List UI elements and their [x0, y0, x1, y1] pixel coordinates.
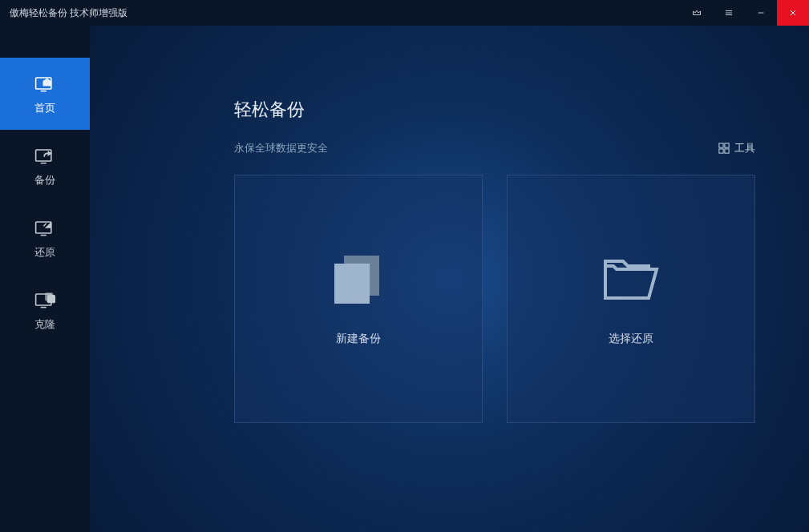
svg-rect-15 — [48, 296, 55, 303]
select-restore-card[interactable]: 选择还原 — [507, 175, 755, 423]
window-controls — [681, 0, 809, 26]
home-icon — [34, 72, 56, 95]
card-label: 新建备份 — [336, 332, 381, 346]
card-container: 新建备份 选择还原 — [234, 175, 761, 423]
tools-link[interactable]: 工具 — [718, 141, 755, 155]
restore-icon — [34, 216, 56, 239]
svg-rect-16 — [719, 143, 723, 147]
sidebar-item-restore[interactable]: 还原 — [0, 202, 90, 274]
subtitle-row: 永保全球数据更安全 工具 — [234, 141, 755, 155]
sidebar-item-backup[interactable]: 备份 — [0, 130, 90, 202]
folder-icon — [599, 252, 663, 308]
crown-icon — [692, 8, 702, 18]
svg-rect-17 — [725, 143, 729, 147]
minimize-icon — [756, 8, 766, 18]
close-button[interactable] — [777, 0, 809, 26]
tools-label: 工具 — [734, 141, 755, 155]
sidebar-item-label: 首页 — [34, 101, 55, 115]
main-content: 轻松备份 永保全球数据更安全 工具 — [90, 26, 809, 532]
sidebar-item-label: 备份 — [34, 173, 55, 187]
svg-rect-18 — [719, 149, 723, 153]
main-header: 轻松备份 永保全球数据更安全 工具 — [234, 98, 761, 155]
crown-button[interactable] — [681, 0, 713, 26]
menu-icon — [724, 8, 734, 18]
sidebar-item-clone[interactable]: 克隆 — [0, 274, 90, 346]
app-title: 傲梅轻松备份 技术师增强版 — [10, 6, 127, 20]
sidebar-item-home[interactable]: 首页 — [0, 58, 90, 130]
document-stack-icon — [326, 252, 390, 308]
card-label: 选择还原 — [609, 332, 653, 346]
page-title: 轻松备份 — [234, 98, 761, 122]
svg-rect-21 — [334, 264, 370, 304]
sidebar-item-label: 还原 — [34, 245, 55, 260]
menu-button[interactable] — [713, 0, 745, 26]
new-backup-card[interactable]: 新建备份 — [234, 175, 483, 423]
grid-icon — [718, 143, 730, 154]
body: 首页 备份 还原 — [0, 26, 809, 532]
svg-rect-19 — [725, 149, 729, 153]
minimize-button[interactable] — [745, 0, 777, 26]
titlebar: 傲梅轻松备份 技术师增强版 — [0, 0, 809, 26]
sidebar: 首页 备份 还原 — [0, 26, 90, 532]
page-subtitle: 永保全球数据更安全 — [234, 141, 328, 155]
clone-icon — [34, 288, 56, 311]
sidebar-item-label: 克隆 — [34, 317, 55, 332]
backup-icon — [34, 144, 56, 167]
close-icon — [788, 8, 798, 18]
app-window: 傲梅轻松备份 技术师增强版 — [0, 0, 809, 532]
